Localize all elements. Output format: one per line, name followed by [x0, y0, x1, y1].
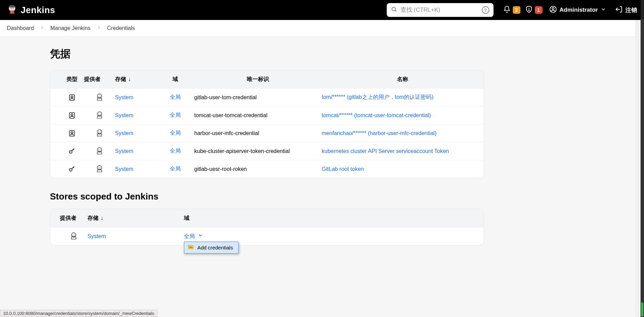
sort-down-icon: ↓ [128, 76, 131, 82]
svg-rect-3 [10, 11, 14, 14]
provider-icon [84, 129, 115, 138]
store-link[interactable]: System [115, 94, 133, 100]
chevron-right-icon [39, 25, 45, 32]
help-icon[interactable]: ? [482, 6, 489, 14]
credential-type-icon [60, 112, 84, 119]
provider-icon [84, 111, 115, 120]
svg-point-7 [529, 10, 529, 11]
chevron-right-icon [96, 25, 102, 32]
col-provider[interactable]: 提供者 [60, 215, 87, 222]
crumb-dashboard[interactable]: Dashboard [7, 25, 34, 31]
menu-item-add-credentials[interactable]: Add credentials [197, 245, 233, 250]
credential-name-link[interactable]: tomcat/****** (tomcat-user-tomcat-creden… [322, 112, 431, 118]
user-menu[interactable]: Administrator [549, 6, 606, 14]
logout-label: 注销 [625, 6, 637, 14]
store-link[interactable]: System [115, 148, 133, 154]
table-row: System 全局 kube-cluster-apiserver-token-c… [50, 142, 484, 160]
store-link[interactable]: System [87, 233, 106, 239]
svg-point-2 [13, 8, 13, 9]
user-name: Administrator [560, 7, 598, 13]
breadcrumb: Dashboard Manage Jenkins Credentials [0, 20, 644, 37]
status-text: 10.0.0.100:8080/manage/credentials/store… [3, 311, 154, 316]
window-edge-indicator [641, 0, 644, 317]
credential-name-link[interactable]: menfanchao/****** (harbor-user-mfc-crede… [322, 130, 436, 136]
credential-name-link[interactable]: kubernetes cluster API Server serviceacc… [322, 148, 449, 154]
col-domain[interactable]: 域 [184, 215, 377, 222]
search-input[interactable] [401, 7, 478, 13]
credential-id: gitlab-user-tom-credential [194, 94, 322, 101]
logout-button[interactable]: 注销 [615, 6, 637, 14]
jenkins-logo-icon [7, 4, 17, 16]
domain-link[interactable]: 全局 [170, 147, 181, 155]
security-alerts-button[interactable]: 1 [525, 6, 542, 14]
domain-link[interactable]: 全局 [184, 233, 195, 239]
credential-id: kube-cluster-apiserver-token-credential [194, 148, 322, 154]
sort-down-icon: ↓ [101, 215, 103, 221]
domain-link[interactable]: 全局 [170, 112, 181, 119]
credential-id: harbor-user-mfc-credential [194, 130, 322, 136]
svg-rect-16 [192, 247, 192, 248]
domain-link[interactable]: 全局 [170, 130, 181, 137]
provider-icon [84, 93, 115, 102]
chevron-down-icon [601, 7, 606, 13]
shield-icon [525, 6, 533, 14]
provider-icon [84, 165, 115, 174]
table-header: 提供者 存储 ↓ 域 [50, 209, 484, 227]
col-domain[interactable]: 域 [156, 76, 194, 83]
svg-point-9 [552, 7, 554, 9]
credential-name-link[interactable]: GitLab root token [322, 166, 364, 172]
chevron-down-icon[interactable] [198, 233, 203, 239]
store-link[interactable]: System [115, 112, 133, 118]
search-icon [391, 6, 397, 14]
brand-name: Jenkins [21, 5, 55, 16]
col-type[interactable]: 类型 [60, 76, 84, 83]
col-provider[interactable]: 提供者 [84, 76, 115, 83]
search-box[interactable]: ? [387, 3, 494, 17]
app-header: Jenkins ? 2 1 [0, 0, 644, 20]
svg-point-14 [189, 247, 190, 248]
domain-link[interactable]: 全局 [170, 94, 181, 101]
col-store[interactable]: 存储 ↓ [87, 215, 184, 222]
main-content: 凭据 类型 提供者 存储 ↓ 域 唯一标识 名称 System 全局 gitla… [0, 37, 644, 245]
provider-icon [60, 232, 87, 241]
svg-point-4 [392, 7, 396, 11]
table-header: 类型 提供者 存储 ↓ 域 唯一标识 名称 [50, 70, 484, 88]
col-store-label: 存储 [115, 76, 126, 83]
domain-link[interactable]: 全局 [170, 165, 181, 173]
context-menu: Add credentials [184, 242, 239, 254]
notifications-button[interactable]: 2 [503, 6, 520, 14]
col-name[interactable]: 名称 [322, 76, 484, 83]
credential-type-icon [60, 130, 84, 137]
col-id[interactable]: 唯一标识 [194, 76, 322, 83]
svg-point-1 [11, 8, 11, 9]
user-icon [549, 6, 557, 14]
crumb-manage-jenkins[interactable]: Manage Jenkins [50, 25, 91, 31]
credential-id: tomcat-user-tomcat-credential [194, 112, 322, 119]
svg-line-5 [395, 10, 396, 11]
credential-type-icon [60, 147, 84, 155]
brand[interactable]: Jenkins [7, 4, 55, 16]
stores-table: 提供者 存储 ↓ 域 System 全局 [50, 209, 484, 245]
table-row: System 全局 tomcat-user-tomcat-credential … [50, 106, 484, 124]
vertical-scrollbar[interactable] [635, 20, 640, 317]
col-store[interactable]: 存储 ↓ [115, 76, 156, 83]
credential-type-icon [60, 165, 84, 173]
credentials-table: 类型 提供者 存储 ↓ 域 唯一标识 名称 System 全局 gitlab-u… [50, 70, 484, 178]
crumb-credentials[interactable]: Credentials [107, 25, 135, 31]
credential-type-icon [60, 94, 84, 101]
key-folder-icon [188, 244, 194, 251]
table-row: System 全局 gitlab-user-tom-credential tom… [50, 88, 484, 106]
notif-badge: 2 [513, 6, 520, 14]
credential-id: gitlab-uesr-root-roken [194, 166, 322, 172]
table-row: System 全局 harbor-user-mfc-credential men… [50, 124, 484, 142]
svg-point-13 [74, 234, 75, 235]
provider-icon [84, 147, 115, 156]
credential-name-link[interactable]: tom/****** (gitlab之上的用户，tom的认证密码) [322, 94, 434, 100]
header-icons: 2 1 Administrator [503, 6, 637, 14]
svg-point-12 [73, 234, 73, 235]
store-link[interactable]: System [115, 130, 133, 136]
store-link[interactable]: System [115, 166, 133, 172]
table-row: System 全局 gitlab-uesr-root-roken GitLab … [50, 160, 484, 178]
alert-badge: 1 [535, 6, 542, 14]
col-store-label: 存储 [87, 215, 98, 222]
